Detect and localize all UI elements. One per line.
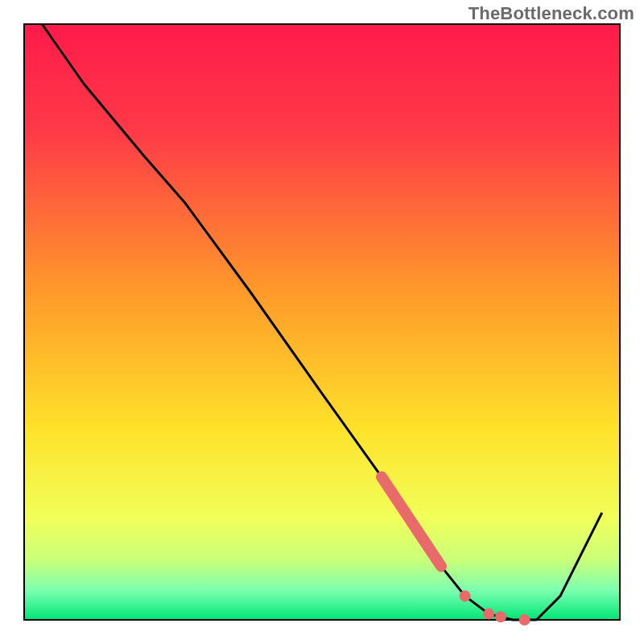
plot-area [24, 24, 620, 625]
chart-stage: TheBottleneck.com [0, 0, 644, 644]
bottleneck-chart [0, 0, 644, 644]
highlight-dot [495, 611, 506, 622]
highlight-dot [483, 609, 494, 620]
highlight-dot [460, 590, 471, 601]
highlight-dot [519, 614, 530, 625]
gradient-background [24, 24, 620, 620]
